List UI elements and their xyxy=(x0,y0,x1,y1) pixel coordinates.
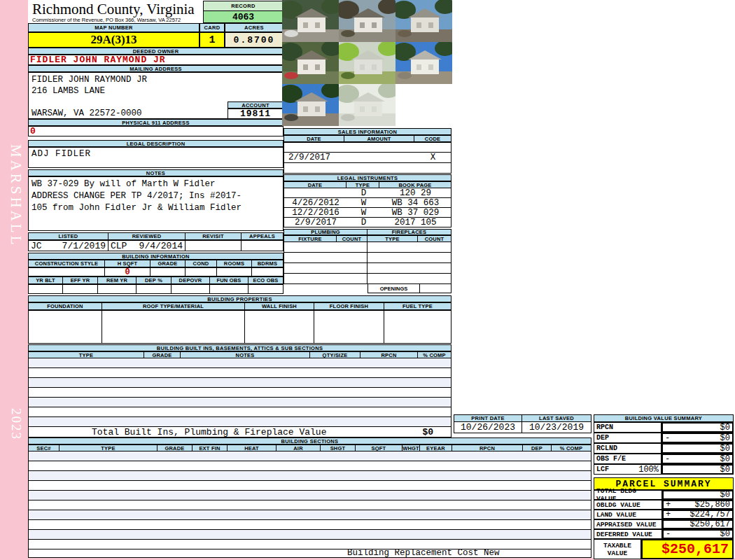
sales-row: 2/9/2017 X xyxy=(284,153,451,163)
sec-col-8: WHGT xyxy=(402,444,420,451)
building-sections-footer-note: Building Replacement Cost New xyxy=(28,550,592,558)
bvs-value-text: $0 xyxy=(720,423,730,433)
physical-911-value: 0 xyxy=(28,126,284,136)
building-sections-cols: SEC# TYPE GRADE EXT FIN HEAT AIR SHGT SQ… xyxy=(28,444,592,451)
rooms-value xyxy=(217,267,252,276)
empty-row xyxy=(28,461,592,471)
legal-instruments-headers-row: DATE TYPE BOOK PAGE xyxy=(284,181,451,188)
sale-code xyxy=(415,143,451,152)
floor-finish-value xyxy=(314,310,384,344)
sale-code: X xyxy=(415,153,451,162)
review-values-row: JC 7/1/2019 CLP 9/4/2014 xyxy=(28,240,284,251)
notes-line: WB 37-029 By will of Marth W Fidler xyxy=(31,178,283,190)
building-sections-empty-rows xyxy=(28,451,592,550)
parcel-op: + xyxy=(666,500,671,510)
empty-row xyxy=(28,481,592,491)
listed-value: JC 7/1/2019 xyxy=(28,240,108,251)
instr-type: W xyxy=(347,208,380,218)
plumbing-cell xyxy=(284,263,368,274)
sec-col-4: HEAT xyxy=(227,444,276,451)
openings-label: OPENINGS xyxy=(368,284,420,293)
bvs-obs-fe-value: -$0 xyxy=(662,454,734,464)
empty-row xyxy=(28,491,592,500)
building-info-values-2 xyxy=(28,284,284,294)
listed-date: 7/1/2019 xyxy=(62,241,106,251)
print-date-value: 10/26/2023 xyxy=(454,422,522,433)
bvs-lcf-pct: 100% xyxy=(638,465,659,475)
building-info-values-1: 0 xyxy=(28,267,284,276)
last-saved-value: 10/23/2019 xyxy=(522,422,592,433)
parcel-value-text: $250,617 xyxy=(690,519,730,529)
rem-yr-value xyxy=(98,284,136,294)
obldg-value: +$25,860 xyxy=(662,500,734,510)
building-value-summary-header: BUILDING VALUE SUMMARY xyxy=(594,414,734,422)
sidebar-vendor-label: MARSHALL xyxy=(4,115,24,276)
instr-type: W xyxy=(347,198,380,208)
bdrms-value xyxy=(252,267,284,276)
sec-col-0: SEC# xyxy=(28,444,59,451)
bvs-value-text: $0 xyxy=(720,444,730,454)
acres-value: 0.8700 xyxy=(225,32,284,48)
bvs-dep-label: DEP xyxy=(594,433,662,443)
building-properties-header: BUILDING PROPERTIES xyxy=(28,295,451,302)
card-value: 1 xyxy=(200,32,225,48)
col-floor-finish: FLOOR FINISH xyxy=(314,302,384,310)
notes-line: 105 from John Fidler Jr & William Fidler xyxy=(31,202,283,214)
reviewed-date: 9/4/2014 xyxy=(139,241,183,251)
builtins-col-comp: % COMP xyxy=(418,351,451,358)
foundation-value xyxy=(28,310,102,344)
sec-col-11: DEP xyxy=(523,444,552,451)
eff-yr-value xyxy=(63,284,98,294)
openings-value xyxy=(420,284,451,293)
instr-col-bookpage: BOOK PAGE xyxy=(379,181,451,188)
reviewed-value: CLP 9/4/2014 xyxy=(108,240,186,251)
parcel-label-text: DEFERRED VALUE xyxy=(596,531,652,538)
property-photo-1 xyxy=(282,0,339,42)
sec-col-9: EYEAR xyxy=(420,444,452,451)
account-number: 19811 xyxy=(227,108,284,119)
card-header: CARD xyxy=(200,23,225,32)
built-ins-header: BUILDING BUILT INS, BASEMENTS, ATTICS & … xyxy=(28,344,451,351)
revisit-value xyxy=(186,240,241,251)
plumbing-col-fixture: FIXTURE xyxy=(284,235,337,242)
property-photo-6 xyxy=(396,42,452,84)
obldg-value-label: OBLDG VALUE xyxy=(594,500,662,510)
bvs-value-text: $0 xyxy=(720,433,730,443)
building-info-headers-1: CONSTRUCTION STYLE H SQFT GRADE COND ROO… xyxy=(28,260,284,267)
notes-line: ADDRESS CHANGE PER TP 4/2017; Ins #2017- xyxy=(31,190,283,202)
sale-amount xyxy=(345,163,415,173)
col-fun-obs: FUN OBS xyxy=(210,276,248,284)
bvs-label-text: DEP xyxy=(596,434,609,442)
parcel-value-text: $224,757 xyxy=(690,510,730,519)
plumbing-fireplace-row xyxy=(284,263,451,274)
reviewed-header: REVIEWED xyxy=(108,232,186,240)
instr-bookpage: 120 29 xyxy=(380,188,451,198)
bvs-label-text: RPCN xyxy=(596,424,613,431)
land-value: +$224,757 xyxy=(662,510,734,519)
fireplaces-header: FIREPLACES xyxy=(368,229,451,235)
property-photo-5 xyxy=(339,42,396,84)
property-photo-4 xyxy=(282,42,339,84)
fuel-type-value xyxy=(384,310,451,344)
building-info-headers-2: YR BLT EFF YR REM YR DEP % DEPOVR FUN OB… xyxy=(28,276,284,284)
fireplace-cell xyxy=(368,253,451,263)
fireplace-cell xyxy=(368,274,451,284)
empty-row xyxy=(28,520,592,530)
property-photo-2 xyxy=(339,0,396,42)
col-grade: GRADE xyxy=(150,260,186,267)
col-rem-yr: REM YR xyxy=(98,276,136,284)
col-rooms: ROOMS xyxy=(217,260,252,267)
sec-col-10: RPCN xyxy=(452,444,523,451)
empty-row xyxy=(28,358,451,368)
sec-col-6: SHGT xyxy=(321,444,356,451)
review-headers-row: LISTED REVIEWED REVISIT APPEALS xyxy=(28,232,284,240)
sale-date: 2/9/2017 xyxy=(284,153,345,162)
mailing-address-header: MAILING ADDRESS xyxy=(28,65,284,72)
deeded-owner-value: FIDLER JOHN RAYMOND JR xyxy=(28,55,284,65)
deeded-owner-header: DEEDED OWNER xyxy=(28,48,284,55)
eco-obs-value xyxy=(248,284,284,294)
parcel-label-text: APPRAISED VALUE xyxy=(596,521,657,528)
instrument-row: 2/9/2017 D 2017 105 xyxy=(284,218,451,227)
bvs-rpcn-label: RPCN xyxy=(594,422,662,433)
h-sqft-value: 0 xyxy=(105,267,150,276)
